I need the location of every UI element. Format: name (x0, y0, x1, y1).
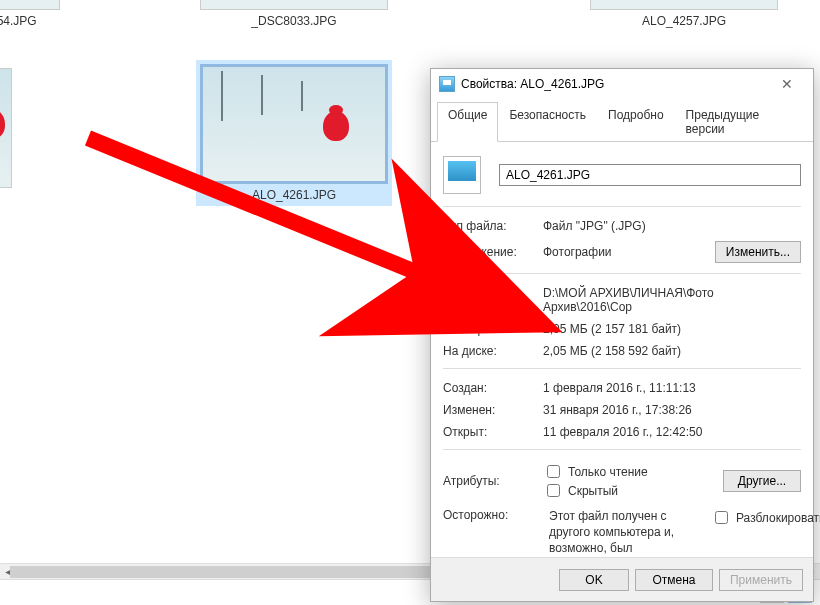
unblock-checkbox[interactable]: Разблокировать (711, 508, 820, 527)
value-app: Фотографии (543, 245, 715, 259)
image-file-icon (439, 76, 455, 92)
ok-button[interactable]: OK (559, 569, 629, 591)
tab-bar: Общие Безопасность Подробно Предыдущие в… (431, 101, 813, 142)
thumbnail[interactable]: 7554.JPG (0, 0, 60, 28)
filename-input[interactable] (499, 164, 801, 186)
apply-button[interactable]: Применить (719, 569, 803, 591)
label-app: Приложение: (443, 245, 543, 259)
other-attributes-button[interactable]: Другие... (723, 470, 801, 492)
value-accessed: 11 февраля 2016 г., 12:42:50 (543, 425, 801, 439)
tab-previous-versions[interactable]: Предыдущие версии (675, 102, 807, 142)
dialog-button-row: OK Отмена Применить (431, 557, 813, 601)
label-attributes: Атрибуты: (443, 474, 543, 488)
general-pane: Тип файла: Файл "JPG" (.JPG) Приложение:… (431, 142, 813, 603)
thumbnail[interactable]: 4260.JPG (0, 68, 12, 206)
close-icon: ✕ (781, 76, 793, 92)
value-size-on-disk: 2,05 МБ (2 158 592 байт) (543, 344, 801, 358)
tab-details[interactable]: Подробно (597, 102, 675, 142)
label-modified: Изменен: (443, 403, 543, 417)
properties-dialog: Свойства: ALO_4261.JPG ✕ Общие Безопасно… (430, 68, 814, 602)
value-location: D:\МОЙ АРХИВ\ЛИЧНАЯ\Фото Архив\2016\Cор (543, 286, 801, 314)
hidden-checkbox[interactable]: Скрытый (543, 481, 618, 500)
value-modified: 31 января 2016 г., 17:38:26 (543, 403, 801, 417)
cancel-button[interactable]: Отмена (635, 569, 713, 591)
tab-security[interactable]: Безопасность (498, 102, 597, 142)
label-created: Создан: (443, 381, 543, 395)
thumbnail-caption: _DSC8033.JPG (200, 14, 388, 28)
value-size: 2,05 МБ (2 157 181 байт) (543, 322, 801, 336)
thumbnail-caption: ALO_4261.JPG (200, 188, 388, 202)
label-accessed: Открыт: (443, 425, 543, 439)
dialog-titlebar[interactable]: Свойства: ALO_4261.JPG ✕ (431, 69, 813, 99)
dialog-title: Свойства: ALO_4261.JPG (461, 77, 604, 91)
thumbnail-caption: 7554.JPG (0, 14, 60, 28)
readonly-checkbox[interactable]: Только чтение (543, 462, 648, 481)
change-app-button[interactable]: Изменить... (715, 241, 801, 263)
file-type-icon (443, 156, 481, 194)
tab-general[interactable]: Общие (437, 102, 498, 142)
label-filetype: Тип файла: (443, 219, 543, 233)
label-size: Размер: (443, 322, 543, 336)
label-location: Расположение: (443, 293, 543, 307)
value-created: 1 февраля 2016 г., 11:11:13 (543, 381, 801, 395)
thumbnail-caption: 4260.JPG (0, 192, 12, 206)
close-button[interactable]: ✕ (767, 71, 807, 97)
thumbnail[interactable]: ALO_4257.JPG (590, 0, 778, 28)
value-filetype: Файл "JPG" (.JPG) (543, 219, 801, 233)
thumbnail-caption: ALO_4257.JPG (590, 14, 778, 28)
thumbnail-selected[interactable]: ALO_4261.JPG (196, 60, 392, 206)
label-size-on-disk: На диске: (443, 344, 543, 358)
thumbnail[interactable]: _DSC8033.JPG (200, 0, 388, 28)
